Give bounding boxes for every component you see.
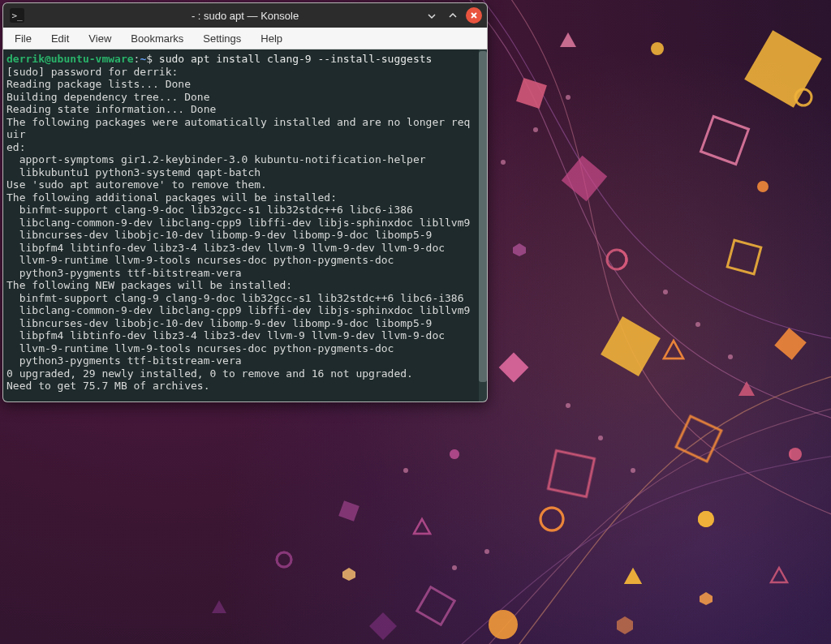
terminal-line: libclang-common-9-dev libclang-cpp9 libf… bbox=[6, 304, 474, 317]
menu-view[interactable]: View bbox=[79, 30, 121, 47]
terminal-scrollbar[interactable] bbox=[479, 49, 487, 401]
svg-rect-12 bbox=[369, 612, 397, 640]
svg-point-20 bbox=[450, 449, 459, 459]
svg-rect-2 bbox=[516, 78, 547, 109]
menu-settings[interactable]: Settings bbox=[193, 30, 251, 47]
maximize-button[interactable] bbox=[445, 7, 461, 24]
svg-point-14 bbox=[607, 250, 626, 269]
svg-point-16 bbox=[540, 508, 563, 530]
terminal-line: libkubuntu1 python3-systemd qapt-batch bbox=[6, 166, 474, 179]
svg-rect-11 bbox=[338, 500, 360, 522]
terminal-line: llvm-9-runtime llvm-9-tools ncurses-doc … bbox=[6, 254, 474, 267]
svg-point-31 bbox=[695, 322, 700, 327]
svg-point-13 bbox=[651, 42, 664, 55]
terminal-container: derrik@ubuntu-vmware:~$ sudo apt install… bbox=[3, 49, 487, 401]
terminal-line: Reading state information... Done bbox=[6, 103, 474, 116]
terminal-line: llvm-9-runtime llvm-9-tools ncurses-doc … bbox=[6, 342, 474, 355]
terminal-line: libncurses-dev libobjc-10-dev libomp-9-d… bbox=[6, 229, 474, 242]
svg-point-22 bbox=[795, 89, 812, 105]
menu-edit[interactable]: Edit bbox=[41, 30, 79, 47]
svg-marker-26 bbox=[513, 243, 526, 256]
terminal-line: [sudo] password for derrik: bbox=[6, 66, 474, 79]
svg-rect-5 bbox=[676, 416, 721, 462]
svg-point-15 bbox=[757, 181, 769, 192]
svg-rect-1 bbox=[701, 117, 749, 165]
menu-help[interactable]: Help bbox=[251, 30, 292, 47]
svg-rect-10 bbox=[417, 587, 454, 625]
svg-point-19 bbox=[789, 448, 802, 461]
terminal-app-icon: >_ bbox=[10, 8, 24, 23]
terminal-line: The following NEW packages will be insta… bbox=[6, 279, 474, 292]
prompt-line: derrik@ubuntu-vmware:~$ sudo apt install… bbox=[6, 53, 474, 66]
svg-point-30 bbox=[663, 290, 668, 294]
svg-point-29 bbox=[631, 468, 635, 473]
terminal-line: libclang-common-9-dev libclang-cpp9 libf… bbox=[6, 217, 474, 230]
menu-bookmarks[interactable]: Bookmarks bbox=[121, 30, 193, 47]
scrollbar-thumb[interactable] bbox=[479, 51, 487, 382]
svg-point-27 bbox=[566, 403, 571, 408]
terminal-line: binfmt-support clang-9 clang-9-doc lib32… bbox=[6, 292, 474, 305]
svg-point-18 bbox=[277, 552, 291, 567]
svg-marker-24 bbox=[617, 616, 633, 634]
terminal-line: ed: bbox=[6, 141, 474, 154]
menu-file[interactable]: File bbox=[5, 30, 41, 47]
terminal-line: python3-pygments ttf-bitstream-vera bbox=[6, 354, 474, 367]
terminal-line: libncurses-dev libobjc-10-dev libomp-9-d… bbox=[6, 317, 474, 330]
terminal-line: Use 'sudo apt autoremove' to remove them… bbox=[6, 178, 474, 191]
svg-marker-23 bbox=[342, 568, 355, 581]
svg-rect-7 bbox=[499, 353, 529, 383]
konsole-window: >_ - : sudo apt — Konsole File Edit View… bbox=[2, 2, 488, 402]
minimize-button[interactable] bbox=[424, 7, 440, 24]
terminal-line: 0 upgraded, 29 newly installed, 0 to rem… bbox=[6, 367, 474, 380]
terminal-line: The following additional packages will b… bbox=[6, 191, 474, 204]
svg-rect-6 bbox=[549, 451, 595, 497]
svg-point-32 bbox=[728, 354, 733, 359]
svg-point-33 bbox=[501, 160, 506, 165]
svg-point-34 bbox=[533, 127, 538, 132]
svg-rect-4 bbox=[601, 316, 661, 376]
terminal-line: binfmt-support clang-9-doc lib32gcc-s1 l… bbox=[6, 204, 474, 217]
close-button[interactable] bbox=[466, 7, 482, 24]
svg-point-38 bbox=[403, 468, 408, 473]
svg-rect-3 bbox=[562, 156, 607, 201]
svg-point-17 bbox=[698, 511, 714, 527]
terminal-line: libpfm4 libtinfo-dev libz3-4 libz3-dev l… bbox=[6, 329, 474, 342]
terminal-line: python3-pygments ttf-bitstream-vera bbox=[6, 267, 474, 280]
window-controls bbox=[424, 7, 482, 24]
terminal-line: libpfm4 libtinfo-dev libz3-4 libz3-dev l… bbox=[6, 242, 474, 255]
svg-point-37 bbox=[484, 549, 489, 554]
svg-point-36 bbox=[452, 565, 457, 570]
terminal-output[interactable]: derrik@ubuntu-vmware:~$ sudo apt install… bbox=[3, 49, 479, 401]
svg-rect-9 bbox=[774, 328, 806, 359]
svg-point-28 bbox=[598, 436, 603, 440]
desktop-background: >_ - : sudo apt — Konsole File Edit View… bbox=[0, 0, 831, 644]
titlebar[interactable]: >_ - : sudo apt — Konsole bbox=[3, 3, 487, 28]
svg-point-35 bbox=[566, 95, 571, 100]
menubar: File Edit View Bookmarks Settings Help bbox=[3, 28, 487, 49]
terminal-line: apport-symptoms gir1.2-keybinder-3.0 kub… bbox=[6, 153, 474, 166]
svg-rect-0 bbox=[744, 30, 822, 108]
terminal-line: The following packages were automaticall… bbox=[6, 116, 474, 141]
terminal-line: Building dependency tree... Done bbox=[6, 91, 474, 104]
svg-rect-8 bbox=[727, 240, 761, 274]
window-title: - : sudo apt — Konsole bbox=[3, 10, 487, 22]
svg-marker-25 bbox=[700, 592, 713, 605]
terminal-line: Reading package lists... Done bbox=[6, 78, 474, 91]
svg-point-21 bbox=[489, 610, 518, 639]
terminal-line: Need to get 75.7 MB of archives. bbox=[6, 380, 474, 393]
